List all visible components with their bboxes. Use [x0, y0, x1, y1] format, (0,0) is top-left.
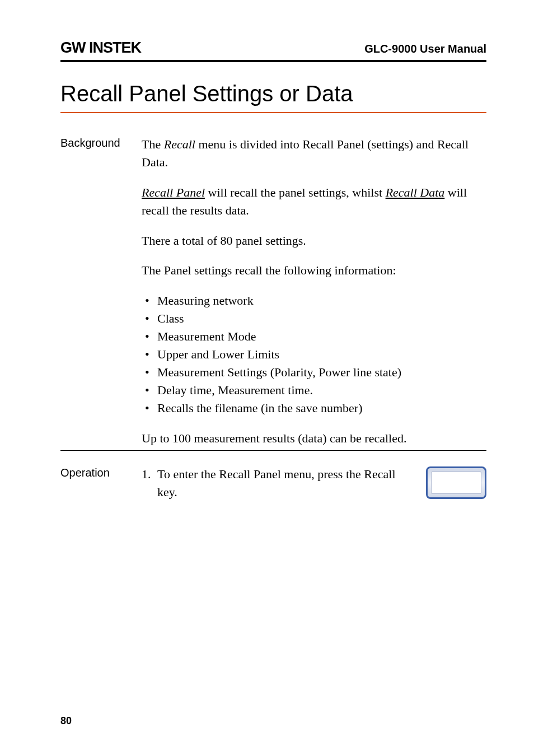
step-text: To enter the Recall Panel menu, press th… [157, 465, 409, 501]
section-divider [60, 450, 486, 451]
list-item: Class [142, 310, 486, 328]
background-p1: The Recall menu is divided into Recall P… [142, 136, 486, 171]
step-number: 1. [142, 465, 157, 501]
background-label: Background [60, 136, 142, 450]
background-section: Background The Recall menu is divided in… [60, 136, 486, 450]
background-p3: There a total of 80 panel settings. [142, 232, 486, 250]
list-item: Measurement Settings (Polarity, Power li… [142, 363, 486, 381]
operation-text: 1. To enter the Recall Panel menu, press… [142, 465, 409, 501]
brand-logo: GW INSTEK [60, 39, 141, 57]
list-item: Upper and Lower Limits [142, 346, 486, 363]
list-item: Delay time, Measurement time. [142, 381, 486, 399]
list-item: Measurement Mode [142, 328, 486, 346]
section-title: Recall Panel Settings or Data [60, 81, 486, 113]
page-header: GW INSTEK GLC-9000 User Manual [60, 39, 486, 62]
list-item: Recalls the filename (in the save number… [142, 399, 486, 417]
manual-title: GLC-9000 User Manual [364, 43, 486, 57]
recall-key-icon [426, 466, 486, 499]
background-p4: The Panel settings recall the following … [142, 262, 486, 279]
operation-body: 1. To enter the Recall Panel menu, press… [142, 465, 486, 501]
background-p2: Recall Panel will recall the panel setti… [142, 184, 486, 220]
background-body: The Recall menu is divided into Recall P… [142, 136, 486, 450]
background-list: Measuring network Class Measurement Mode… [142, 292, 486, 417]
operation-label: Operation [60, 465, 142, 501]
background-p5: Up to 100 measurement results (data) can… [142, 430, 486, 447]
page-number: 80 [60, 715, 72, 727]
list-item: Measuring network [142, 292, 486, 310]
operation-section: Operation 1. To enter the Recall Panel m… [60, 465, 486, 501]
